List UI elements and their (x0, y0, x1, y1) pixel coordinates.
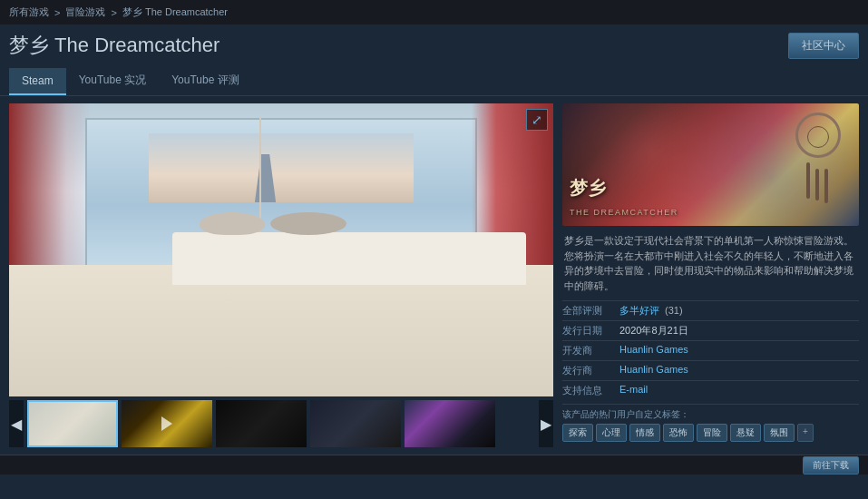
review-link[interactable]: 多半好评 (31) (619, 304, 683, 318)
review-label: 全部评测 (562, 304, 612, 318)
main-content: ⤢ ◀ ▶ (0, 96, 868, 455)
play-icon (161, 416, 172, 431)
bottom-bar: 前往下载 (0, 455, 868, 475)
tab-youtube-live[interactable]: YouTube 实况 (66, 66, 160, 96)
thumbnail-2[interactable] (122, 400, 212, 447)
tag-item[interactable]: 冒险 (697, 424, 727, 442)
thumbnail-1[interactable] (27, 400, 118, 447)
pillow1 (200, 212, 265, 236)
game-header-image: 梦乡 THE DREAMCATCHER (562, 103, 859, 226)
breadcrumb-sep1: > (54, 7, 60, 18)
review-row: 全部评测 多半好评 (31) (562, 300, 859, 320)
tag-item[interactable]: 悬疑 (730, 424, 761, 442)
tabs-bar: Steam YouTube 实况 YouTube 评测 (0, 66, 868, 96)
dreamcatcher-decoration (786, 108, 850, 217)
tab-steam[interactable]: Steam (9, 68, 66, 95)
city-tower (255, 154, 276, 202)
media-area: ⤢ ◀ ▶ (9, 103, 553, 447)
thumb-prev-button[interactable]: ◀ (9, 400, 24, 447)
pub-label: 发行商 (562, 364, 612, 377)
dc-inner-circle (807, 126, 829, 148)
header-subtitle: THE DREAMCATCHER (570, 208, 678, 217)
tag-item[interactable]: 氛围 (764, 424, 795, 442)
title-area: 梦乡 The Dreamcatcher 社区中心 (0, 24, 868, 66)
support-label: 支持信息 (562, 384, 612, 397)
tags-section: 该产品的热门用户自定义标签： 探索心理情感恐怖冒险悬疑氛围+ (562, 404, 859, 442)
tag-item[interactable]: 恐怖 (663, 424, 694, 442)
breadcrumb-adventure[interactable]: 冒险游戏 (65, 5, 105, 19)
developer-row: 开发商 Huanlin Games (562, 340, 859, 360)
publisher-row: 发行商 Huanlin Games (562, 360, 859, 380)
community-button[interactable]: 社区中心 (788, 33, 859, 59)
support-row: 支持信息 E-mail (562, 380, 859, 400)
tag-item[interactable]: 情感 (629, 424, 660, 442)
dc-feather-1 (806, 162, 810, 199)
city-view (149, 133, 413, 202)
info-panel: 梦乡 THE DREAMCATCHER 梦乡是一款设定于现代社会背景下的单机第一… (562, 103, 859, 447)
dc-feather-3 (824, 169, 828, 203)
game-description: 梦乡是一款设定于现代社会背景下的单机第一人称惊悚冒险游戏。您将扮演一名在大都市中… (562, 233, 859, 293)
window-seat (172, 232, 526, 285)
thumbnail-3[interactable] (216, 400, 307, 447)
dev-label: 开发商 (562, 344, 612, 357)
store-button[interactable]: 前往下载 (803, 456, 859, 475)
expand-button[interactable]: ⤢ (526, 109, 548, 131)
tag-item[interactable]: 探索 (562, 424, 593, 442)
thumbnails-row: ◀ ▶ (9, 400, 553, 447)
tag-item[interactable]: 心理 (596, 424, 627, 442)
dc-feather-2 (815, 169, 819, 201)
tab-youtube-review[interactable]: YouTube 评测 (159, 66, 252, 96)
thumb-list (27, 400, 535, 447)
game-title: 梦乡 The Dreamcatcher (9, 32, 219, 59)
support-link[interactable]: E-mail (619, 384, 648, 395)
tags-label: 该产品的热门用户自定义标签： (562, 408, 859, 421)
header-title-cn: 梦乡 (570, 176, 606, 201)
pillow2 (270, 212, 346, 236)
release-value: 2020年8月21日 (619, 324, 688, 338)
tag-plus[interactable]: + (797, 424, 814, 442)
breadcrumb: 所有游戏 > 冒险游戏 > 梦乡 The Dreamcatcher (0, 0, 868, 24)
thumbnail-5[interactable] (405, 400, 495, 447)
dev-link[interactable]: Huanlin Games (619, 344, 688, 355)
breadcrumb-game-name: 梦乡 The Dreamcatcher (122, 5, 228, 19)
tags-list: 探索心理情感恐怖冒险悬疑氛围+ (562, 424, 859, 442)
breadcrumb-all-games[interactable]: 所有游戏 (9, 5, 49, 19)
thumbnail-4[interactable] (310, 400, 401, 447)
breadcrumb-sep2: > (111, 7, 116, 18)
thumb-next-button[interactable]: ▶ (539, 400, 553, 447)
pub-link[interactable]: Huanlin Games (619, 364, 688, 375)
release-label: 发行日期 (562, 324, 612, 338)
main-screenshot[interactable]: ⤢ (9, 103, 553, 396)
release-row: 发行日期 2020年8月21日 (562, 320, 859, 340)
